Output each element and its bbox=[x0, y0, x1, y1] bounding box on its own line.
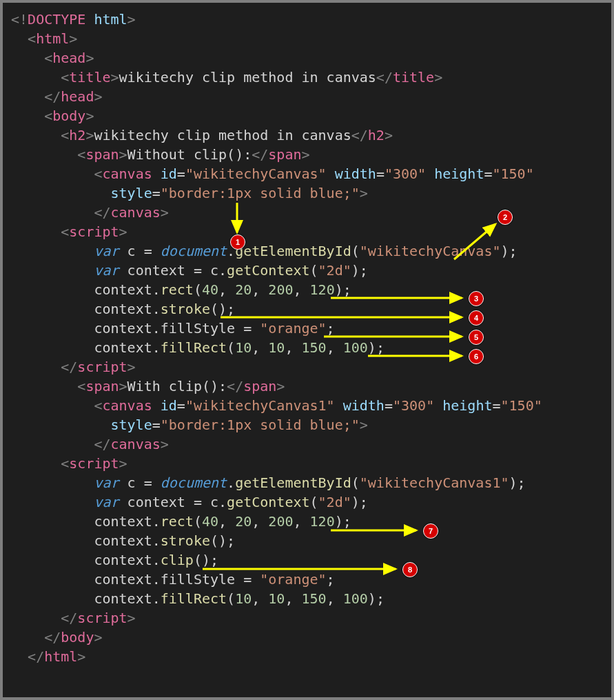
doctype: DOCTYPE bbox=[28, 11, 85, 28]
code-block: <!DOCTYPE html> <html> <head> <title>wik… bbox=[11, 10, 542, 666]
annotation-badge-8: 8 bbox=[402, 562, 418, 577]
annotation-badge-3: 3 bbox=[469, 291, 484, 306]
annotation-badge-5: 5 bbox=[469, 330, 484, 345]
annotation-badge-1: 1 bbox=[230, 234, 245, 250]
h2-text: wikitechy clip method in canvas bbox=[94, 127, 351, 143]
with-clip-label: With clip(): bbox=[127, 378, 227, 394]
code-editor-screenshot: <!DOCTYPE html> <html> <head> <title>wik… bbox=[0, 0, 614, 700]
annotation-badge-4: 4 bbox=[469, 310, 484, 326]
annotation-badge-7: 7 bbox=[423, 523, 438, 539]
title-text: wikitechy clip method in canvas bbox=[119, 69, 376, 86]
annotation-badge-6: 6 bbox=[469, 349, 484, 364]
without-clip-label: Without clip(): bbox=[127, 146, 252, 163]
annotation-badge-2: 2 bbox=[498, 210, 513, 225]
